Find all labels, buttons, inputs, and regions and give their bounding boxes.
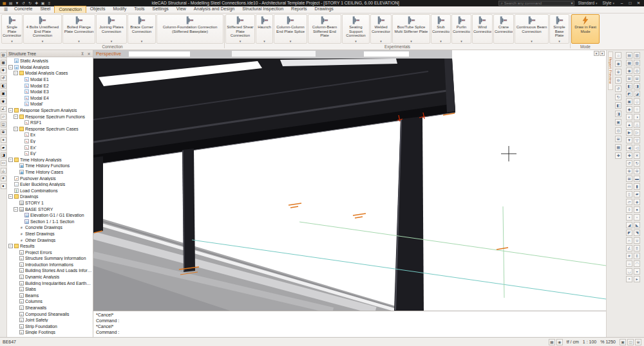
right-tool-icon-b28[interactable]: ✕ [634, 152, 640, 159]
right-tool-icon-a1[interactable]: ⌂ [615, 52, 621, 59]
status-units[interactable]: tf / cm [567, 340, 579, 344]
right-tool-icon-b14[interactable]: ◇ [634, 98, 640, 105]
ribbon-button-purlin-connection[interactable]: Purlin Connection▾ [451, 14, 471, 44]
maximize-button[interactable]: □ [626, 0, 634, 6]
tree-item-static-analysis[interactable]: ≋Static Analysis [7, 58, 93, 64]
status-icon-right-1[interactable]: ▣ [620, 339, 626, 345]
right-tool-icon-b29[interactable]: ↺ [626, 160, 632, 167]
right-tool-icon-a12[interactable]: ▦ [615, 144, 621, 150]
right-tool-icon-b49[interactable]: ∩ [626, 237, 632, 244]
ribbon-button-box-tube-splice-multi-stiffener-plate[interactable]: Box/Tube Splice Multi Stiffener Plate▾ [392, 14, 430, 44]
command-search-box[interactable]: ⌕ ▾ [498, 1, 574, 6]
tree-item-euler-buckling-analysis[interactable]: ∩Euler Buckling Analysis [7, 181, 93, 188]
right-tool-icon-b10[interactable]: ◨ [634, 83, 640, 89]
tree-item-modal-e3[interactable]: ∿Modal E3 [7, 89, 93, 95]
right-tool-icon-b4[interactable]: ▧ [634, 60, 640, 66]
right-tool-icon-b24[interactable]: ▽ [634, 137, 640, 143]
tree-item-beams[interactable]: ≡Beams [7, 293, 93, 299]
tree-item-section-1-1-1-section[interactable]: ▤Section 1 / 1-1 Section [7, 218, 93, 224]
right-tool-icon-b11[interactable]: ◩ [626, 91, 632, 97]
tree-item-building-irregularities-and-earthquake[interactable]: ≡Building Irregularities And Earthquake [7, 280, 93, 286]
view-mode-label[interactable]: Perspective [96, 51, 121, 57]
tree-item-results[interactable]: −Results [7, 243, 93, 250]
left-tool-icon-5[interactable]: ◧ [1, 83, 6, 89]
right-tool-icon-b6[interactable]: ◎ [634, 68, 640, 74]
ribbon-button-4-bolts-unstiffened-end-plate-connection[interactable]: 4 Bolts Unstiffened End Plate Connection… [23, 14, 62, 44]
right-tool-icon-b13[interactable]: ▣ [626, 98, 632, 105]
right-tool-icon-b22[interactable]: ▷ [634, 129, 640, 136]
tree-item-modal-analysis[interactable]: −≋Modal Analysis [7, 64, 93, 71]
tree-item-compound-shearwalls[interactable]: ≡Compound Shearwalls [7, 311, 93, 317]
right-tool-icon-b45[interactable]: ◢ [626, 222, 632, 228]
left-tool-icon-3[interactable]: ✚ [1, 68, 6, 73]
tree-item-project-errors[interactable]: ≡Project Errors [7, 249, 93, 255]
right-tool-icon-a2[interactable]: ◉ [615, 60, 621, 67]
right-tool-icon-b26[interactable]: ◁ [634, 145, 640, 151]
right-tool-icon-b57[interactable]: ◡ [626, 268, 632, 275]
menu-tab-drawings[interactable]: Drawings [311, 6, 337, 13]
style-select[interactable]: Style▾ [600, 0, 616, 6]
ribbon-button-haunch[interactable]: Haunch▾ [256, 14, 273, 44]
right-tool-icon-b27[interactable]: ✚ [626, 152, 632, 159]
tree-item-introduction-informations[interactable]: ≡Introduction Informations [7, 262, 93, 268]
left-tool-icon-12[interactable]: ≡ [1, 137, 6, 143]
right-tool-icon-b48[interactable]: ◥ [634, 230, 640, 236]
right-tool-icon-b3[interactable]: ▦ [626, 60, 632, 66]
right-tool-icon-b56[interactable]: ◠ [634, 260, 640, 267]
tree-item-ex[interactable]: ∿Ex [7, 132, 93, 138]
tree-item-modal-e2[interactable]: ∿Modal E2 [7, 82, 93, 89]
right-tool-icon-a9[interactable]: ▣ [615, 119, 621, 125]
tree-item-time-history-cases[interactable]: ▦Time History Cases [7, 169, 93, 176]
tree-item-concrete-drawings[interactable]: #Concrete Drawings [7, 224, 93, 231]
right-tool-icon-b8[interactable]: ⊟ [634, 75, 640, 82]
right-tool-icon-b2[interactable]: ▥ [634, 52, 640, 59]
close-icon[interactable]: ✕ [86, 51, 91, 56]
ribbon-button-bolted-flange-plate-connection[interactable]: Bolted Flange Plate Connection▾ [62, 14, 95, 44]
ribbon-button-seating-support-connection[interactable]: Seating Support Connection▾ [342, 14, 370, 44]
ribbon-button-simple-base-plate[interactable]: Simple Base Plate▾ [549, 14, 569, 44]
tree-item-response-spectrum-functions[interactable]: −Response Spectrum Functions [7, 113, 93, 120]
tree-item-modal-e1[interactable]: ∿Modal E1 [7, 77, 93, 83]
left-tool-icon-11[interactable]: ⊞ [1, 129, 6, 135]
collapse-icon[interactable]: − [8, 194, 13, 199]
menu-tab-steel[interactable]: Steel [36, 6, 54, 13]
collapse-icon[interactable]: − [14, 71, 18, 75]
right-tool-icon-b18[interactable]: ◑ [634, 114, 640, 120]
search-input[interactable] [504, 1, 570, 5]
right-tool-icon-a4[interactable]: ⊖ [615, 77, 621, 84]
minimize-button[interactable]: – [618, 0, 626, 6]
tree-item-joint-safety[interactable]: ≡Joint Safety [7, 317, 93, 323]
left-tool-icon-13[interactable]: ▰ [1, 145, 6, 150]
ribbon-button-continuous-beam-connection[interactable]: Continuous Beam Connection▾ [515, 14, 549, 44]
ribbon-button-column-beam-stiffened-end-plate[interactable]: Column-Beam Stiffened End Plate [308, 14, 341, 44]
right-tool-icon-b46[interactable]: ◣ [634, 222, 640, 228]
right-tool-icon-b43[interactable]: ▪ [626, 214, 632, 221]
menu-tab-tools[interactable]: Tools [130, 6, 148, 13]
right-tool-icon-b36[interactable]: ▮ [634, 183, 640, 190]
quick-access-icon-1[interactable]: ▦ [1, 0, 7, 6]
right-tool-icon-a6[interactable]: ↻ [615, 94, 621, 100]
right-tool-icon-b19[interactable]: ▲ [626, 122, 632, 128]
right-tool-icon-b12[interactable]: ◪ [634, 91, 640, 97]
right-tool-icon-b42[interactable]: ● [634, 206, 640, 213]
tree-item-structure-summary-information[interactable]: ≡Structure Summary Information [7, 255, 93, 262]
collapse-icon[interactable]: − [14, 207, 18, 212]
viewport-control-icon-1[interactable]: ▾ [594, 51, 599, 56]
status-icon-right-2[interactable]: ◫ [627, 339, 634, 345]
right-tool-icon-b33[interactable]: ⊠ [626, 176, 632, 182]
ribbon-button-draw-in-fast-mode[interactable]: Draw in Fast Mode [571, 14, 600, 44]
collapse-icon[interactable]: − [14, 127, 18, 131]
right-tool-icon-b60[interactable]: ▸ [634, 276, 640, 282]
ribbon-button-single-plate-connection[interactable]: Single Plate Connection▾ [1, 14, 23, 44]
right-tool-icon-b40[interactable]: ◈ [634, 199, 640, 205]
tree-item-other-drawings[interactable]: #Other Drawings [7, 237, 93, 243]
right-tool-icon-a8[interactable]: ◨ [615, 111, 621, 117]
collapse-icon[interactable]: − [8, 158, 13, 162]
right-tool-icon-b55[interactable]: ⌂ [626, 260, 632, 267]
tree-item-ey[interactable]: ∿Ey [7, 138, 93, 145]
right-tool-icon-b35[interactable]: ▭ [626, 183, 632, 190]
standard-select[interactable]: Standard▾ [576, 0, 599, 6]
right-tool-icon-b44[interactable]: ▫ [634, 214, 640, 221]
right-tool-icon-b9[interactable]: ◧ [626, 83, 632, 89]
right-tool-icon-b59[interactable]: ◓ [626, 276, 632, 282]
